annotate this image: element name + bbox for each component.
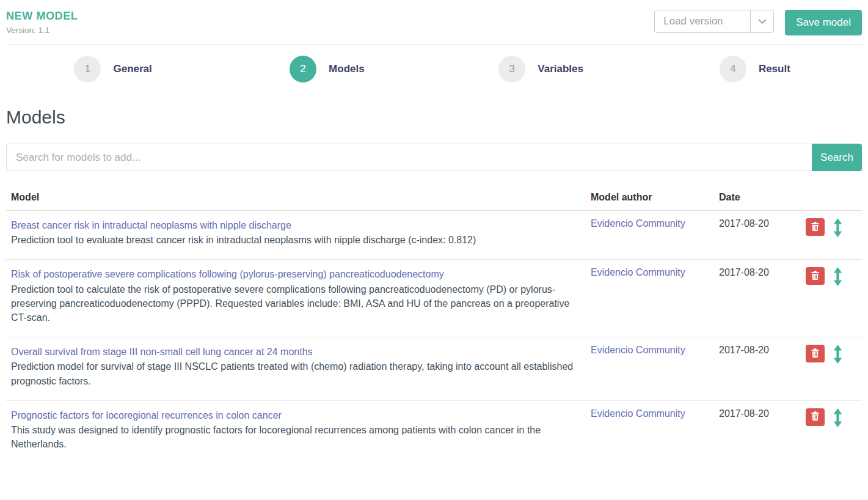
delete-model-button[interactable]: [806, 345, 825, 362]
table-row: Overall survival from stage III non-smal…: [6, 337, 862, 401]
reorder-handle[interactable]: [833, 408, 842, 430]
author-cell: Evidencio Community: [586, 401, 714, 464]
step-circle: 1: [74, 56, 101, 83]
delete-model-button[interactable]: [806, 267, 825, 285]
author-link[interactable]: Evidencio Community: [591, 345, 685, 355]
model-cell: Breast cancer risk in intraductal neopla…: [6, 211, 586, 259]
model-description: Prediction model for survival of stage I…: [11, 359, 581, 388]
model-description: This study was designed to identify prog…: [11, 423, 581, 451]
delete-model-button[interactable]: [806, 218, 825, 236]
column-header-actions: [801, 185, 862, 210]
trash-icon: [811, 348, 819, 359]
date-cell: 2017-08-20: [714, 260, 801, 337]
load-version-select[interactable]: Load version: [654, 10, 774, 33]
step-label: General: [113, 63, 151, 75]
column-header-author: Model author: [586, 185, 714, 210]
step-circle: 2: [290, 56, 316, 83]
model-title-link[interactable]: Overall survival from stage III non-smal…: [11, 345, 581, 359]
step-variables[interactable]: 3 Variables: [434, 56, 648, 83]
trash-icon: [811, 271, 819, 282]
table-row: Risk of postoperative severe complicatio…: [6, 260, 862, 337]
step-circle: 3: [498, 56, 525, 83]
model-cell: Overall survival from stage III non-smal…: [6, 337, 586, 400]
date-value: 2017-08-20: [719, 345, 769, 355]
column-header-date: Date: [714, 185, 801, 210]
step-general[interactable]: 1 General: [6, 56, 220, 83]
date-cell: 2017-08-20: [714, 337, 801, 400]
column-header-model: Model: [6, 185, 586, 210]
section-title: Models: [6, 107, 862, 128]
search-button[interactable]: Search: [812, 144, 862, 171]
author-cell: Evidencio Community: [586, 337, 714, 400]
author-link[interactable]: Evidencio Community: [591, 218, 685, 229]
model-title-link[interactable]: Breast cancer risk in intraductal neopla…: [11, 218, 581, 232]
model-cell: Risk of postoperative severe complicatio…: [6, 260, 586, 337]
step-result[interactable]: 4 Result: [648, 56, 862, 83]
model-title-link[interactable]: Risk of postoperative severe complicatio…: [11, 267, 581, 281]
model-cell: Prognostic factors for locoregional recu…: [6, 401, 586, 464]
trash-icon: [811, 222, 819, 233]
date-value: 2017-08-20: [719, 267, 769, 278]
model-description: Prediction tool to calculate the risk of…: [11, 282, 581, 325]
step-circle: 4: [720, 56, 746, 83]
search-input[interactable]: [6, 144, 812, 171]
date-value: 2017-08-20: [719, 218, 769, 229]
model-title-link[interactable]: Prognostic factors for locoregional recu…: [11, 408, 581, 422]
date-value: 2017-08-20: [719, 408, 769, 419]
reorder-handle[interactable]: [833, 218, 842, 240]
actions-cell: [801, 211, 862, 259]
actions-cell: [801, 401, 862, 464]
step-label: Models: [329, 63, 365, 75]
move-vertical-icon: [833, 408, 842, 430]
stepper: 1 General 2 Models 3 Variables 4 Result: [6, 56, 862, 83]
move-vertical-icon: [833, 267, 842, 289]
chevron-down-icon: [750, 10, 773, 32]
step-models[interactable]: 2 Models: [220, 56, 434, 83]
reorder-handle[interactable]: [833, 345, 842, 366]
reorder-handle[interactable]: [833, 267, 842, 289]
header-divider: [6, 44, 862, 45]
date-cell: 2017-08-20: [714, 211, 801, 259]
date-cell: 2017-08-20: [714, 401, 801, 464]
topbar: NEW MODEL Version: 1.1 Load version Save…: [6, 0, 862, 35]
trash-icon: [811, 411, 819, 422]
version-label: Version: 1.1: [6, 26, 78, 35]
model-description: Prediction tool to evaluate breast cance…: [11, 233, 581, 247]
step-label: Variables: [538, 63, 583, 75]
delete-model-button[interactable]: [806, 408, 825, 426]
move-vertical-icon: [833, 218, 842, 240]
title-block: NEW MODEL Version: 1.1: [6, 10, 78, 35]
author-link[interactable]: Evidencio Community: [591, 267, 685, 278]
move-vertical-icon: [833, 345, 842, 366]
load-version-selected-value: Load version: [655, 15, 750, 28]
step-label: Result: [759, 63, 790, 75]
author-cell: Evidencio Community: [586, 260, 714, 337]
table-row: Prognostic factors for locoregional recu…: [6, 401, 862, 464]
actions-cell: [801, 337, 862, 400]
author-link[interactable]: Evidencio Community: [591, 408, 685, 419]
save-model-button[interactable]: Save model: [785, 10, 862, 35]
search-bar: Search: [6, 144, 862, 171]
author-cell: Evidencio Community: [586, 211, 714, 259]
page-title: NEW MODEL: [6, 10, 78, 23]
models-table: Model Model author Date Breast cancer ri…: [6, 185, 862, 463]
table-row: Breast cancer risk in intraductal neopla…: [6, 211, 862, 260]
table-header: Model Model author Date: [6, 185, 862, 211]
actions-cell: [801, 260, 862, 337]
topbar-actions: Load version Save model: [654, 10, 862, 35]
page: NEW MODEL Version: 1.1 Load version Save…: [0, 0, 868, 463]
